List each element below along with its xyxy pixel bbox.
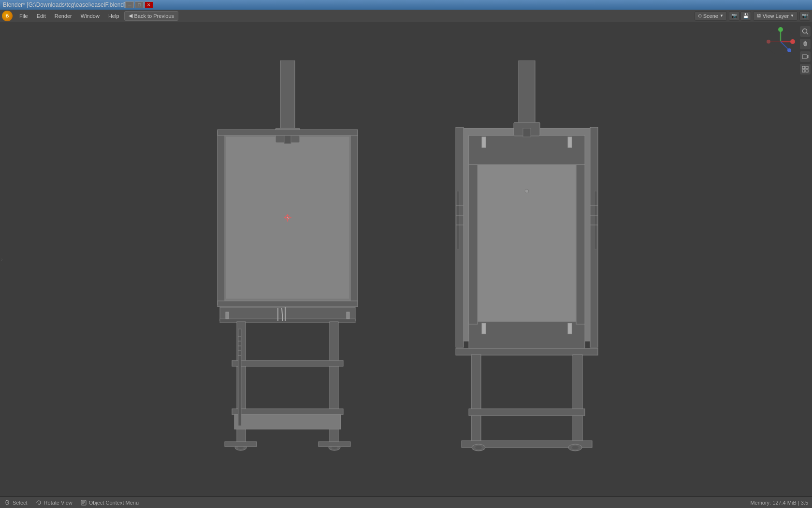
title-text: Blender* [G:\Downloads\tcg\easel\easelF.… bbox=[3, 1, 125, 8]
svg-rect-85 bbox=[806, 66, 808, 69]
view-layer-dropdown-icon: ▼ bbox=[790, 14, 794, 18]
svg-rect-54 bbox=[594, 191, 597, 249]
menu-file[interactable]: File bbox=[15, 11, 32, 21]
svg-line-81 bbox=[807, 33, 809, 35]
svg-rect-84 bbox=[802, 66, 805, 69]
easel-back-svg: .eline2 { stroke: #888; stroke-width: 1.… bbox=[447, 60, 607, 457]
svg-rect-86 bbox=[802, 70, 805, 72]
svg-rect-31 bbox=[225, 442, 257, 447]
svg-point-68 bbox=[475, 446, 482, 449]
svg-rect-47 bbox=[568, 323, 572, 334]
svg-point-70 bbox=[525, 189, 529, 193]
view-layer-camera-btn[interactable]: 📷 bbox=[799, 11, 810, 21]
scene-label: Scene bbox=[703, 13, 718, 19]
mouse-icon bbox=[4, 499, 11, 506]
view-layer-label: View Layer bbox=[763, 13, 789, 19]
svg-rect-6 bbox=[350, 131, 358, 305]
back-label: Back to Previous bbox=[134, 13, 174, 19]
svg-rect-15 bbox=[347, 312, 349, 319]
view-layer-icon: 🖥 bbox=[756, 13, 761, 18]
hand-icon bbox=[802, 41, 809, 47]
viewport-gizmo[interactable] bbox=[766, 27, 795, 56]
view-layer-selector[interactable]: 🖥 View Layer ▼ bbox=[753, 11, 798, 21]
camera-view-tool[interactable] bbox=[800, 51, 811, 62]
viewport[interactable]: › .eline { stroke: #888; stroke-width: 1… bbox=[0, 22, 812, 496]
svg-rect-64 bbox=[469, 409, 585, 416]
svg-rect-21 bbox=[238, 329, 241, 426]
rotate-icon bbox=[35, 499, 42, 506]
right-sidebar bbox=[798, 22, 812, 496]
svg-rect-2 bbox=[280, 60, 295, 135]
scene-icon: ⊙ bbox=[698, 13, 702, 18]
maximize-button[interactable]: □ bbox=[135, 1, 144, 8]
status-context: Object Context Menu bbox=[80, 499, 139, 506]
svg-rect-46 bbox=[482, 323, 486, 334]
context-menu-icon bbox=[80, 499, 87, 506]
context-label: Object Context Menu bbox=[89, 500, 139, 506]
svg-rect-42 bbox=[576, 164, 585, 324]
menu-right: ⊙ Scene ▼ 📷 💾 🖥 View Layer ▼ 📷 bbox=[695, 11, 810, 21]
menu-render[interactable]: Render bbox=[51, 11, 76, 21]
status-bar: Select Rotate View Object Context Menu M… bbox=[0, 496, 812, 508]
status-select: Select bbox=[4, 499, 28, 506]
svg-rect-14 bbox=[226, 312, 229, 319]
svg-rect-41 bbox=[469, 164, 478, 324]
svg-rect-45 bbox=[568, 137, 572, 148]
svg-rect-62 bbox=[471, 355, 481, 447]
svg-rect-44 bbox=[482, 137, 486, 148]
svg-rect-40 bbox=[469, 322, 585, 348]
title-bar: Blender* [G:\Downloads\tcg\easel\easelF.… bbox=[0, 0, 812, 10]
window-controls[interactable]: ─ □ ✕ bbox=[125, 1, 153, 8]
svg-point-73 bbox=[778, 27, 783, 32]
close-button[interactable]: ✕ bbox=[145, 1, 153, 8]
status-rotate: Rotate View bbox=[35, 499, 72, 506]
svg-point-80 bbox=[803, 29, 807, 33]
search-tool[interactable] bbox=[800, 26, 811, 37]
svg-rect-61 bbox=[456, 348, 598, 355]
rotate-label: Rotate View bbox=[44, 500, 72, 506]
camera-icon-btn[interactable]: 📷 bbox=[729, 11, 740, 21]
svg-point-69 bbox=[572, 446, 579, 449]
menu-window[interactable]: Window bbox=[77, 11, 103, 21]
svg-rect-63 bbox=[573, 355, 582, 447]
svg-rect-39 bbox=[469, 135, 585, 164]
easel-back: .eline2 { stroke: #888; stroke-width: 1.… bbox=[447, 60, 607, 459]
minimize-button[interactable]: ─ bbox=[125, 1, 134, 8]
scene-dropdown-icon: ▼ bbox=[720, 14, 724, 18]
svg-rect-7 bbox=[218, 130, 358, 135]
blender-logo: B bbox=[2, 11, 13, 21]
search-icon bbox=[802, 28, 809, 35]
svg-point-75 bbox=[790, 39, 795, 44]
grid-icon bbox=[802, 66, 809, 73]
save-icon-btn[interactable]: 💾 bbox=[740, 11, 751, 21]
easel-front: .eline { stroke: #888; stroke-width: 1.5… bbox=[205, 60, 370, 459]
menu-help[interactable]: Help bbox=[104, 11, 123, 21]
svg-rect-53 bbox=[457, 191, 459, 249]
svg-rect-43 bbox=[478, 164, 576, 322]
svg-rect-50 bbox=[523, 128, 531, 137]
back-icon: ◀ bbox=[129, 13, 132, 19]
svg-rect-19 bbox=[232, 409, 343, 415]
quad-view-tool[interactable] bbox=[800, 64, 811, 75]
camera-icon bbox=[802, 53, 809, 60]
scene-selector[interactable]: ⊙ Scene ▼ bbox=[695, 11, 727, 21]
svg-marker-83 bbox=[807, 55, 808, 58]
models-container: .eline { stroke: #888; stroke-width: 1.5… bbox=[0, 22, 812, 496]
menu-edit[interactable]: Edit bbox=[33, 11, 50, 21]
pan-tool[interactable] bbox=[800, 39, 811, 49]
memory-info: Memory: 127.4 MiB | 3.5 bbox=[750, 500, 808, 506]
svg-rect-82 bbox=[802, 55, 807, 59]
svg-rect-20 bbox=[234, 415, 341, 429]
svg-rect-32 bbox=[319, 442, 350, 447]
svg-rect-87 bbox=[806, 70, 808, 72]
gizmo-svg bbox=[766, 27, 795, 56]
easel-front-svg: .eline { stroke: #888; stroke-width: 1.5… bbox=[205, 60, 370, 457]
svg-rect-8 bbox=[218, 301, 358, 307]
svg-rect-5 bbox=[218, 131, 225, 305]
logo-text: B bbox=[6, 14, 9, 18]
back-to-previous-button[interactable]: ◀ Back to Previous bbox=[124, 11, 179, 21]
svg-point-77 bbox=[787, 48, 791, 52]
menu-bar: B File Edit Render Window Help ◀ Back to… bbox=[0, 10, 812, 22]
select-label: Select bbox=[13, 500, 28, 506]
svg-rect-18 bbox=[232, 360, 343, 366]
